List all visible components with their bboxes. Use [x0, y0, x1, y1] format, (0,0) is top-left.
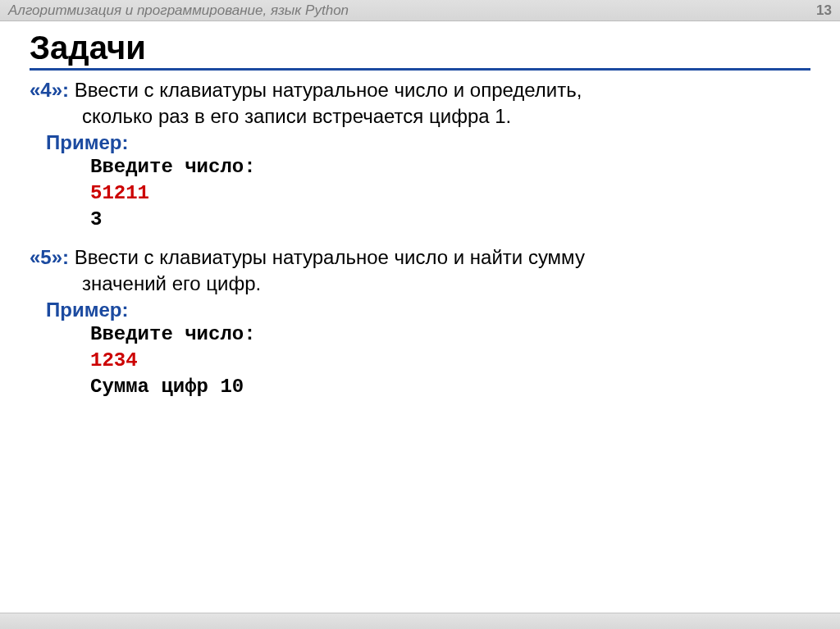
task-4-code-input: 51211 — [30, 180, 810, 207]
task-5-code-input: 1234 — [30, 348, 810, 374]
header-title: Алгоритмизация и программирование, язык … — [8, 2, 349, 19]
task-4-code-prompt: Введите число: — [30, 154, 810, 180]
bottom-bar — [0, 613, 840, 629]
task-5-line1: «5»: Ввести с клавиатуры натуральное чис… — [30, 244, 810, 271]
task-5-example-label: Пример: — [30, 299, 810, 321]
page-heading: Задачи — [30, 30, 810, 66]
task-4-label: «4»: — [30, 79, 69, 101]
task-4: «4»: Ввести с клавиатуры натуральное чис… — [30, 77, 810, 233]
task-4-text1: Ввести с клавиатуры натуральное число и … — [69, 79, 582, 101]
heading-rule — [30, 68, 810, 71]
content-area: Задачи «4»: Ввести с клавиатуры натураль… — [0, 21, 840, 400]
task-5-code-prompt: Введите число: — [30, 321, 810, 348]
task-5-label: «5»: — [30, 246, 69, 268]
task-4-example-label: Пример: — [30, 131, 810, 154]
slide: Алгоритмизация и программирование, язык … — [0, 0, 840, 629]
page-number: 13 — [816, 2, 832, 19]
task-5-text1: Ввести с клавиатуры натуральное число и … — [69, 246, 585, 268]
task-4-code-output: 3 — [30, 207, 810, 233]
task-4-input-value: 51211 — [90, 182, 149, 204]
task-5: «5»: Ввести с клавиатуры натуральное чис… — [30, 244, 810, 400]
task-5-line2: значений его цифр. — [30, 271, 810, 297]
task-5-code-output: Сумма цифр 10 — [30, 374, 810, 400]
task-4-line1: «4»: Ввести с клавиатуры натуральное чис… — [30, 77, 810, 103]
task-5-input-value: 1234 — [90, 349, 138, 371]
top-bar: Алгоритмизация и программирование, язык … — [0, 0, 840, 21]
task-4-line2: сколько раз в его записи встречается циф… — [30, 103, 810, 130]
